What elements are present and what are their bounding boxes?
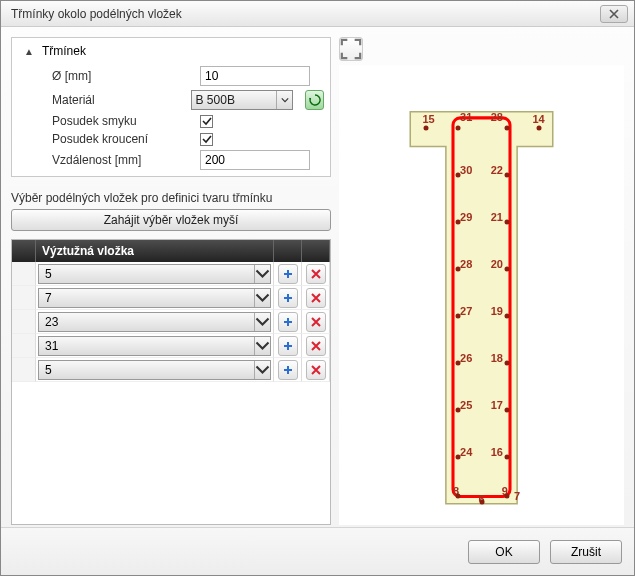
bar-dot — [504, 360, 509, 365]
bar-label: 30 — [460, 164, 472, 176]
bar-label: 16 — [491, 446, 503, 458]
bar-select[interactable]: 23 — [38, 312, 271, 332]
x-icon — [310, 316, 322, 328]
table-row: 5 — [12, 358, 330, 382]
delete-row-button[interactable] — [306, 360, 326, 380]
row-handle[interactable] — [12, 286, 36, 310]
th-main: Výztužná vložka — [36, 240, 274, 262]
row-add-cell — [274, 334, 302, 358]
row-handle[interactable] — [12, 262, 36, 286]
bar-dot — [456, 172, 461, 177]
bar-label: 27 — [460, 305, 472, 317]
bar-label: 15 — [422, 113, 434, 125]
close-button[interactable] — [600, 5, 628, 23]
delete-row-button[interactable] — [306, 336, 326, 356]
bar-label: 17 — [491, 399, 503, 411]
x-icon — [310, 364, 322, 376]
bar-label: 26 — [460, 352, 472, 364]
bar-dot — [456, 313, 461, 318]
distance-input[interactable] — [200, 150, 310, 170]
x-icon — [310, 340, 322, 352]
bar-label: 25 — [460, 399, 472, 411]
start-selection-label: Zahájit výběr vložek myší — [104, 213, 239, 227]
row-delete-cell — [302, 358, 330, 382]
table-body: 5723315 — [12, 262, 330, 382]
diameter-input[interactable] — [200, 66, 310, 86]
bar-value: 7 — [39, 289, 254, 307]
bar-select[interactable]: 5 — [38, 264, 271, 284]
delete-row-button[interactable] — [306, 312, 326, 332]
shear-checkbox[interactable] — [200, 115, 213, 128]
bar-dot — [504, 172, 509, 177]
bar-value: 5 — [39, 265, 254, 283]
check-icon — [202, 134, 212, 144]
bar-label: 29 — [460, 211, 472, 223]
plus-icon — [282, 292, 294, 304]
prop-label: Posudek kroucení — [52, 132, 192, 146]
row-value-cell: 5 — [36, 262, 274, 286]
bar-select[interactable]: 5 — [38, 360, 271, 380]
dialog-window: Třmínky okolo podélných vložek ▲ Třmínek… — [0, 0, 635, 576]
bar-label: 20 — [491, 258, 503, 270]
bar-dot — [504, 266, 509, 271]
prop-row-distance: Vzdálenost [mm] — [12, 148, 330, 172]
material-library-button[interactable] — [305, 90, 324, 110]
plus-icon — [282, 340, 294, 352]
section-drawing — [339, 65, 624, 525]
prop-row-torsion: Posudek kroucení — [12, 130, 330, 148]
table-row: 5 — [12, 262, 330, 286]
bar-dot — [456, 219, 461, 224]
table-header: Výztužná vložka — [12, 240, 330, 262]
bar-value: 23 — [39, 313, 254, 331]
bar-dot — [504, 493, 509, 498]
cancel-button[interactable]: Zrušit — [550, 540, 622, 564]
dialog-title: Třmínky okolo podélných vložek — [11, 7, 182, 21]
material-select[interactable]: B 500B — [191, 90, 294, 110]
ok-button[interactable]: OK — [468, 540, 540, 564]
add-row-button[interactable] — [278, 360, 298, 380]
row-value-cell: 31 — [36, 334, 274, 358]
start-selection-button[interactable]: Zahájit výběr vložek myší — [11, 209, 331, 231]
add-row-button[interactable] — [278, 336, 298, 356]
row-delete-cell — [302, 334, 330, 358]
bar-dot — [536, 125, 541, 130]
bar-label: 21 — [491, 211, 503, 223]
section-canvas[interactable]: 1531281430222921282027192618251724168697 — [339, 65, 624, 525]
group-title: Třmínek — [42, 44, 86, 58]
prop-label: Posudek smyku — [52, 114, 192, 128]
row-handle[interactable] — [12, 310, 36, 334]
bar-dot — [456, 360, 461, 365]
bar-label: 14 — [532, 113, 544, 125]
bar-dot — [456, 408, 461, 413]
bar-label: 19 — [491, 305, 503, 317]
chevron-down-icon — [254, 289, 270, 307]
expand-view-button[interactable] — [339, 37, 363, 61]
bar-select[interactable]: 31 — [38, 336, 271, 356]
chevron-down-icon — [254, 313, 270, 331]
th-spacer — [274, 240, 302, 262]
collapse-icon: ▲ — [24, 46, 34, 57]
plus-icon — [282, 364, 294, 376]
bar-dot — [504, 219, 509, 224]
chevron-down-icon — [276, 91, 292, 109]
delete-row-button[interactable] — [306, 264, 326, 284]
row-handle[interactable] — [12, 334, 36, 358]
bar-label: 28 — [460, 258, 472, 270]
bar-select[interactable]: 7 — [38, 288, 271, 308]
property-group-header[interactable]: ▲ Třmínek — [12, 42, 330, 64]
bar-label: 22 — [491, 164, 503, 176]
row-add-cell — [274, 358, 302, 382]
check-icon — [202, 116, 212, 126]
bar-dot — [504, 313, 509, 318]
row-handle[interactable] — [12, 358, 36, 382]
delete-row-button[interactable] — [306, 288, 326, 308]
add-row-button[interactable] — [278, 288, 298, 308]
chevron-down-icon — [254, 337, 270, 355]
bar-dot — [456, 125, 461, 130]
add-row-button[interactable] — [278, 312, 298, 332]
add-row-button[interactable] — [278, 264, 298, 284]
dialog-body: ▲ Třmínek Ø [mm] Materiál B 500B — [1, 27, 634, 525]
bar-dot — [504, 408, 509, 413]
torsion-checkbox[interactable] — [200, 133, 213, 146]
bar-dot — [504, 455, 509, 460]
